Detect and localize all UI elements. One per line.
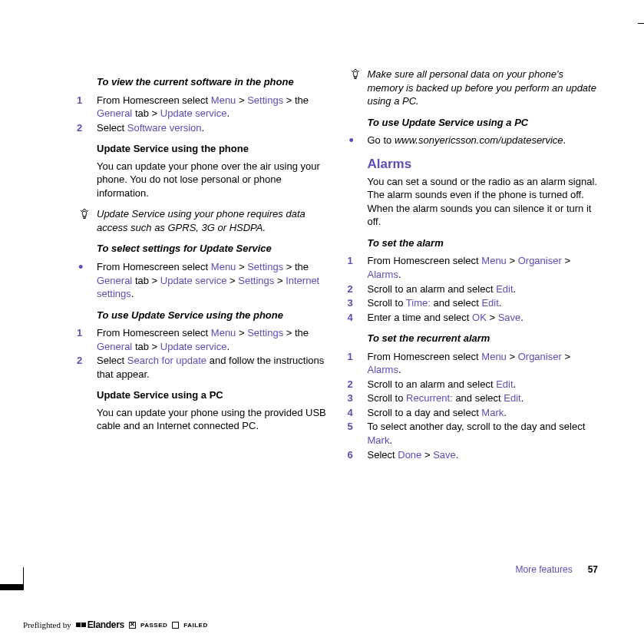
preflight-bar: Preflighted by Elanders ✕ PASSED FAILED: [23, 619, 208, 630]
tip-text: Make sure all personal data on your phon…: [368, 68, 599, 108]
bullet-list: From Homescreen select Menu > Settings >…: [77, 260, 328, 301]
step-item: From Homescreen select Menu > Organiser …: [348, 350, 599, 377]
heading-update-phone: Update Service using the phone: [97, 142, 328, 156]
step-item: Scroll to Recurrent: and select Edit.: [348, 391, 599, 405]
heading-use-update-phone: To use Update Service using the phone: [97, 309, 328, 322]
menu-link: Menu: [211, 327, 236, 339]
menu-link: Menu: [211, 94, 236, 106]
preflight-label: Preflighted by: [23, 620, 71, 629]
page-content: To view the current software in the phon…: [0, 0, 644, 464]
body-text: You can update your phone using the prov…: [97, 406, 328, 433]
bullet-list: Go to www.sonyericsson.com/updateservice…: [348, 134, 599, 147]
step-item: Scroll to a day and select Mark.: [348, 406, 599, 420]
text: >: [487, 312, 498, 323]
menu-link: Menu: [211, 261, 236, 272]
passed-label: PASSED: [140, 622, 167, 629]
steps-set-recurrent: From Homescreen select Menu > Organiser …: [348, 350, 599, 461]
menu-link: Alarms: [368, 364, 398, 375]
heading-view-software: To view the current software in the phon…: [97, 75, 328, 89]
text: .: [521, 392, 524, 404]
step-text: Scroll to Recurrent: and select Edit.: [368, 392, 524, 404]
heading-select-settings: To select settings for Update Service: [97, 242, 328, 256]
step-item: Select Done > Save.: [348, 448, 599, 462]
text: Scroll to: [368, 297, 406, 309]
heading-set-alarm: To set the alarm: [368, 236, 599, 250]
menu-link: Organiser: [518, 255, 562, 266]
menu-link: Done: [398, 449, 421, 461]
brand-text: Elanders: [88, 619, 124, 630]
menu-link: Update service: [160, 275, 227, 286]
menu-link: Recurrent:: [406, 392, 453, 404]
menu-link: Search for update: [127, 355, 206, 366]
step-text: From Homescreen select Menu > Settings >…: [97, 327, 309, 352]
body-text: You can update your phone over the air u…: [97, 160, 328, 200]
step-text: From Homescreen select Menu > Settings >…: [97, 94, 309, 120]
tip-text: Update Service using your phone requires…: [97, 207, 328, 234]
crop-mark: [638, 23, 644, 24]
step-text: Select Software version.: [97, 122, 204, 134]
heading-use-update-pc: To use Update Service using a PC: [368, 116, 599, 130]
steps-view-software: From Homescreen select Menu > Settings >…: [77, 94, 328, 135]
menu-link: Settings: [238, 275, 274, 286]
step-text: From Homescreen select Menu > Organiser …: [368, 351, 570, 376]
text: .: [456, 449, 459, 461]
right-column: Make sure all personal data on your phon…: [348, 68, 599, 464]
step-text: Scroll to Time: and select Edit.: [368, 297, 502, 309]
step-text: Scroll to a day and select Mark.: [368, 407, 507, 418]
menu-link: General: [97, 107, 132, 119]
text: From Homescreen select: [368, 255, 482, 266]
logo-icon: [76, 623, 86, 627]
text: tab: [135, 341, 149, 352]
steps-set-alarm: From Homescreen select Menu > Organiser …: [348, 254, 599, 324]
text: Scroll to: [368, 392, 407, 404]
text: tab: [135, 275, 149, 286]
text: .: [202, 122, 205, 134]
menu-link: Menu: [481, 351, 507, 362]
text: From Homescreen select: [368, 351, 482, 362]
menu-link: Mark: [368, 434, 390, 446]
text: Scroll to a day and select: [368, 407, 482, 418]
menu-link: Menu: [481, 255, 507, 266]
tip-note: Update Service using your phone requires…: [77, 207, 328, 234]
text: From Homescreen select: [97, 327, 211, 339]
menu-link: General: [97, 341, 132, 352]
heading-set-recurrent: To set the recurrent alarm: [368, 332, 599, 345]
tip-note: Make sure all personal data on your phon…: [348, 68, 599, 108]
crop-mark: [0, 584, 23, 590]
checkbox-failed-icon: [172, 622, 179, 629]
text: >: [421, 449, 433, 461]
body-text: You can set a sound or the radio as an a…: [368, 175, 599, 229]
lightbulb-icon: [77, 207, 92, 220]
lightbulb-icon: [348, 68, 363, 81]
menu-link: Alarms: [368, 269, 398, 280]
heading-update-pc: Update Service using a PC: [97, 388, 328, 402]
step-text: To select another day, scroll to the day…: [368, 421, 586, 446]
menu-link: Update service: [160, 341, 227, 352]
menu-link: Edit: [496, 283, 513, 295]
bullet-item: From Homescreen select Menu > Settings >…: [77, 260, 328, 301]
step-text: Go to www.sonyericsson.com/updateservice…: [368, 134, 566, 146]
menu-link: Settings: [247, 94, 283, 106]
step-item: Scroll to Time: and select Edit.: [348, 296, 599, 310]
step-text: Select Done > Save.: [368, 449, 459, 461]
text: .: [514, 283, 517, 295]
step-text: Scroll to an alarm and select Edit.: [368, 378, 517, 390]
text: Select: [97, 122, 127, 134]
step-item: Select Software version.: [77, 121, 328, 135]
url-text: www.sonyericsson.com/updateservice: [395, 134, 563, 146]
footer-section-label: More features: [516, 564, 573, 575]
text: and select: [453, 392, 504, 404]
menu-link: Save: [498, 312, 521, 323]
text: the: [295, 327, 309, 339]
failed-label: FAILED: [183, 622, 207, 629]
menu-link: Mark: [481, 407, 504, 418]
menu-link: Save: [433, 449, 456, 461]
step-item: Scroll to an alarm and select Edit.: [348, 378, 599, 391]
step-item: Enter a time and select OK > Save.: [348, 311, 599, 325]
menu-link: Software version: [127, 122, 202, 134]
text: Enter a time and select: [368, 312, 473, 323]
text: .: [520, 312, 523, 323]
bullet-item: Go to www.sonyericsson.com/updateservice…: [348, 134, 599, 147]
menu-link: OK: [472, 312, 487, 323]
step-item: Select Search for update and follow the …: [77, 354, 328, 381]
